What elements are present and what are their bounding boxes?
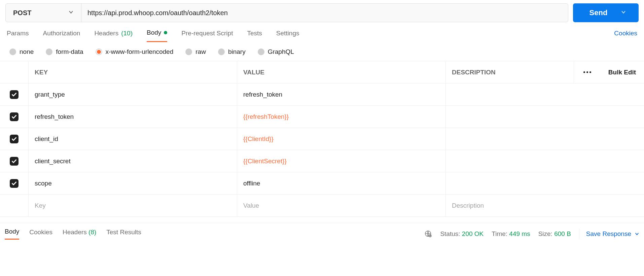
- tab-authorization[interactable]: Authorization: [43, 30, 80, 42]
- tab-label: Params: [7, 30, 29, 37]
- response-tab-cookies[interactable]: Cookies: [29, 229, 52, 239]
- method-label: POST: [13, 9, 31, 17]
- method-select[interactable]: POST: [6, 4, 81, 22]
- row-checkbox-cell: [0, 83, 29, 105]
- save-response-button[interactable]: Save Response: [579, 229, 639, 239]
- tab-label: Tests: [247, 30, 262, 37]
- size-value: 600 B: [554, 230, 571, 237]
- row-checkbox-cell: [0, 150, 29, 172]
- row-checkbox-cell: [0, 106, 29, 128]
- send-button[interactable]: Send: [573, 3, 639, 22]
- radio-icon: [9, 48, 16, 55]
- size-block: Size: 600 B: [538, 230, 571, 238]
- resp-tab-label: Test Results: [106, 229, 141, 236]
- size-label: Size:: [538, 230, 552, 237]
- resp-tab-label: Headers: [63, 229, 87, 236]
- radio-label: none: [20, 48, 34, 56]
- value-cell[interactable]: {{ClientSecret}}: [237, 150, 446, 172]
- cookies-link[interactable]: Cookies: [614, 30, 637, 42]
- resp-tab-label: Cookies: [29, 229, 52, 236]
- key-cell[interactable]: refresh_token: [29, 106, 237, 128]
- row-checkbox-cell: [0, 128, 29, 150]
- body-type-none[interactable]: none: [9, 48, 34, 56]
- radio-icon: [218, 48, 225, 55]
- tab-params[interactable]: Params: [7, 30, 29, 42]
- body-type-GraphQL[interactable]: GraphQL: [258, 48, 294, 56]
- resp-tab-label: Body: [5, 228, 19, 235]
- description-placeholder[interactable]: Description: [446, 195, 644, 216]
- network-icon[interactable]: [425, 230, 432, 238]
- key-cell[interactable]: grant_type: [29, 83, 237, 105]
- row-checkbox[interactable]: [10, 135, 19, 143]
- params-header-row: KEY VALUE DESCRIPTION Bulk Edit: [0, 61, 644, 83]
- body-type-raw[interactable]: raw: [185, 48, 206, 56]
- table-row: grant_typerefresh_token: [0, 83, 644, 106]
- time-block: Time: 449 ms: [492, 230, 530, 238]
- status-value: 200 OK: [462, 230, 484, 237]
- description-cell[interactable]: [446, 172, 644, 194]
- key-cell[interactable]: client_id: [29, 128, 237, 150]
- header-checkbox-col: [0, 61, 29, 83]
- status-block: Status: 200 OK: [440, 230, 484, 238]
- row-checkbox[interactable]: [10, 90, 19, 99]
- tab-tests[interactable]: Tests: [247, 30, 262, 42]
- tab-settings[interactable]: Settings: [276, 30, 299, 42]
- value-cell[interactable]: {{ClientId}}: [237, 128, 446, 150]
- url-input[interactable]: [81, 4, 568, 22]
- description-cell[interactable]: [446, 150, 644, 172]
- body-type-x-www-form-urlencoded[interactable]: x-www-form-urlencoded: [96, 48, 174, 56]
- time-value: 449 ms: [509, 230, 530, 237]
- value-placeholder[interactable]: Value: [237, 195, 446, 216]
- radio-icon: [185, 48, 192, 55]
- response-tab-test-results[interactable]: Test Results: [106, 229, 141, 239]
- value-cell[interactable]: {{refreshToken}}: [237, 106, 446, 128]
- radio-label: binary: [228, 48, 246, 56]
- body-type-selector: noneform-datax-www-form-urlencodedrawbin…: [0, 42, 644, 61]
- tab-headers[interactable]: Headers (10): [94, 30, 133, 42]
- radio-icon: [96, 48, 102, 55]
- tab-body[interactable]: Body: [147, 29, 167, 42]
- description-cell[interactable]: [446, 106, 644, 128]
- description-cell[interactable]: [446, 128, 644, 150]
- more-options-button[interactable]: [574, 61, 600, 83]
- response-tab-headers[interactable]: Headers (8): [63, 229, 96, 239]
- value-cell[interactable]: offline: [237, 172, 446, 194]
- chevron-down-icon: [621, 9, 626, 16]
- key-cell[interactable]: client_secret: [29, 150, 237, 172]
- value-cell[interactable]: refresh_token: [237, 83, 446, 105]
- more-icon: [583, 71, 591, 73]
- tab-label: Headers: [94, 30, 118, 37]
- row-checkbox[interactable]: [10, 112, 19, 121]
- body-type-form-data[interactable]: form-data: [46, 48, 83, 56]
- modified-indicator-icon: [164, 31, 167, 34]
- tab-pre-request-script[interactable]: Pre-request Script: [181, 30, 233, 42]
- body-type-binary[interactable]: binary: [218, 48, 246, 56]
- table-row: client_id{{ClientId}}: [0, 128, 644, 150]
- params-empty-row[interactable]: Key Value Description: [0, 195, 644, 217]
- key-cell[interactable]: scope: [29, 172, 237, 194]
- row-checkbox[interactable]: [10, 179, 19, 188]
- time-label: Time:: [492, 230, 507, 237]
- tab-label: Body: [147, 29, 161, 36]
- response-tabs: BodyCookiesHeaders (8)Test Results: [5, 228, 141, 240]
- bulk-edit-button[interactable]: Bulk Edit: [600, 61, 644, 83]
- header-value[interactable]: VALUE: [237, 61, 446, 83]
- resp-tab-count: (8): [87, 229, 97, 236]
- response-tab-body[interactable]: Body: [5, 228, 19, 240]
- tab-count: (10): [121, 30, 133, 37]
- tab-label: Authorization: [43, 30, 80, 37]
- response-meta: Status: 200 OK Time: 449 ms Size: 600 B …: [425, 229, 639, 239]
- method-url-group: POST: [5, 3, 568, 22]
- table-row: client_secret{{ClientSecret}}: [0, 150, 644, 172]
- radio-icon: [46, 48, 52, 55]
- header-key[interactable]: KEY: [29, 61, 237, 83]
- params-table: KEY VALUE DESCRIPTION Bulk Edit grant_ty…: [0, 61, 644, 217]
- empty-checkbox-cell: [0, 195, 29, 216]
- header-description[interactable]: DESCRIPTION: [446, 61, 574, 83]
- row-checkbox[interactable]: [10, 157, 19, 166]
- description-cell[interactable]: [446, 83, 644, 105]
- tabs: ParamsAuthorizationHeaders (10)BodyPre-r…: [7, 29, 299, 42]
- radio-label: x-www-form-urlencoded: [106, 48, 174, 56]
- row-checkbox-cell: [0, 172, 29, 194]
- key-placeholder[interactable]: Key: [29, 195, 237, 216]
